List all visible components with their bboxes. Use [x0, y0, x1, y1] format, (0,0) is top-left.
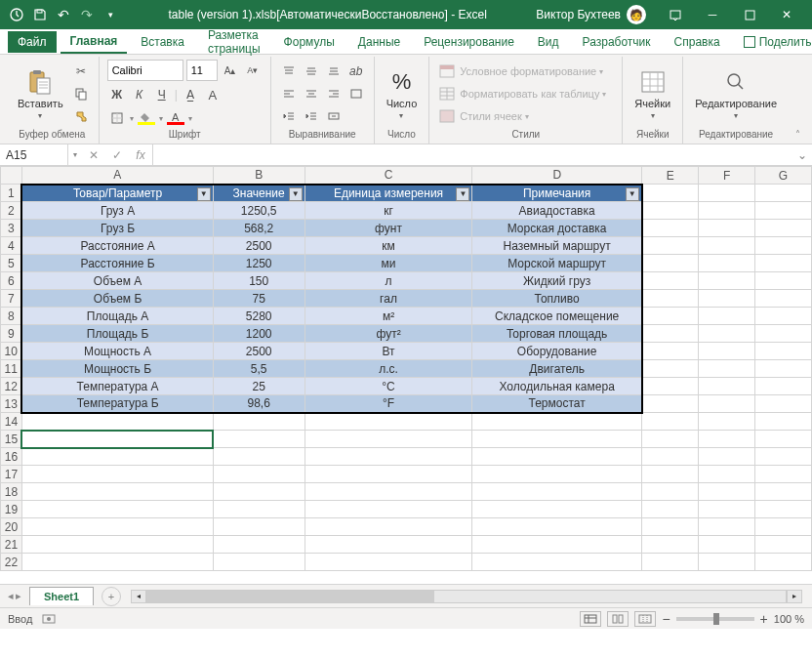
undo-icon[interactable]: ↶ [55, 6, 72, 23]
align-left-button[interactable] [279, 84, 299, 103]
cell[interactable] [472, 448, 642, 466]
ribbon-options-button[interactable] [658, 0, 693, 29]
cell[interactable] [472, 431, 642, 448]
cell[interactable] [642, 343, 699, 360]
align-center-button[interactable] [302, 84, 321, 103]
align-top-button[interactable] [279, 62, 299, 81]
cell[interactable] [755, 220, 812, 237]
cell[interactable] [472, 536, 642, 554]
row-header[interactable]: 22 [1, 554, 22, 571]
font-name-input[interactable] [107, 60, 183, 81]
cell[interactable]: Термостат [472, 395, 642, 413]
cell[interactable] [755, 360, 812, 378]
cell[interactable]: Площадь Б [21, 325, 213, 343]
tab-layout[interactable]: Разметка страницы [198, 24, 270, 60]
underline-button[interactable]: Ч [152, 85, 172, 104]
cell[interactable] [642, 431, 699, 448]
cell-styles-button[interactable]: Стили ячеек [460, 110, 521, 122]
zoom-in-button[interactable]: + [760, 611, 768, 627]
cell[interactable] [21, 501, 213, 518]
minimize-button[interactable]: ─ [695, 0, 730, 29]
cell[interactable] [699, 554, 755, 571]
cell[interactable] [755, 237, 812, 255]
row-header[interactable]: 16 [1, 448, 22, 466]
number-format-button[interactable]: % Число ▾ [383, 59, 422, 129]
cell[interactable] [642, 255, 699, 272]
row-header[interactable]: 21 [1, 536, 22, 554]
editing-button[interactable]: Редактирование ▾ [691, 59, 781, 129]
cell[interactable] [699, 255, 755, 272]
cell[interactable] [21, 483, 213, 501]
tab-insert[interactable]: Вставка [131, 31, 194, 53]
tab-review[interactable]: Рецензирование [414, 31, 524, 53]
cell[interactable] [755, 343, 812, 360]
cell[interactable]: Холодильная камера [472, 378, 642, 395]
cell[interactable] [21, 518, 213, 536]
filter-dropdown-icon[interactable]: ▼ [456, 187, 469, 201]
cell[interactable] [699, 448, 755, 466]
increase-indent-button[interactable] [302, 106, 321, 126]
cell[interactable]: Примечания▼ [472, 185, 642, 202]
cell[interactable] [642, 395, 699, 413]
cell[interactable] [304, 501, 472, 518]
cell[interactable]: 98,6 [213, 395, 304, 413]
tab-formulas[interactable]: Формулы [274, 31, 345, 53]
cell[interactable] [472, 483, 642, 501]
cancel-formula-button[interactable]: ✕ [82, 144, 105, 166]
zoom-slider[interactable] [676, 617, 754, 621]
column-header[interactable]: B [213, 167, 304, 185]
cell[interactable] [699, 536, 755, 554]
cells-button[interactable]: Ячейки ▾ [630, 59, 674, 129]
cell[interactable] [755, 448, 812, 466]
fill-color-button[interactable] [137, 108, 156, 128]
cell[interactable] [642, 483, 699, 501]
cell[interactable] [304, 483, 472, 501]
cell[interactable]: 2500 [213, 237, 304, 255]
cell[interactable] [699, 237, 755, 255]
autosave-icon[interactable] [8, 6, 25, 23]
cell[interactable] [213, 431, 304, 448]
cell[interactable] [755, 378, 812, 395]
cell[interactable]: Объем А [21, 272, 213, 290]
row-header[interactable]: 13 [1, 395, 22, 413]
column-header[interactable]: F [699, 167, 755, 185]
scroll-left-button[interactable]: ◂ [131, 590, 146, 603]
cell[interactable] [642, 220, 699, 237]
cell[interactable] [213, 518, 304, 536]
row-header[interactable]: 9 [1, 325, 22, 343]
cell[interactable]: Расстояние Б [21, 255, 213, 272]
cell[interactable]: Груз Б [21, 220, 213, 237]
cell[interactable]: л.с. [304, 360, 472, 378]
cell[interactable] [213, 483, 304, 501]
cell[interactable] [642, 237, 699, 255]
cell[interactable] [642, 308, 699, 325]
cell[interactable] [755, 483, 812, 501]
cell[interactable]: 5280 [213, 308, 304, 325]
cell[interactable] [699, 518, 755, 536]
cell[interactable] [642, 378, 699, 395]
cell[interactable] [642, 413, 699, 431]
cell[interactable] [21, 413, 213, 431]
cell[interactable]: 5,5 [213, 360, 304, 378]
cell[interactable] [213, 413, 304, 431]
column-header[interactable]: A [21, 167, 213, 185]
cell[interactable]: гал [304, 290, 472, 308]
align-middle-button[interactable] [302, 62, 321, 81]
cell[interactable]: 25 [213, 378, 304, 395]
cell[interactable] [755, 290, 812, 308]
sheet-tab[interactable]: Sheet1 [29, 587, 94, 605]
horizontal-scrollbar[interactable]: ◂ ▸ [131, 590, 802, 603]
filter-dropdown-icon[interactable]: ▼ [626, 187, 639, 201]
scroll-right-button[interactable]: ▸ [787, 590, 802, 603]
cell[interactable]: кг [304, 202, 472, 220]
cell[interactable]: Складское помещение [472, 308, 642, 325]
zoom-out-button[interactable]: − [662, 611, 670, 627]
cell[interactable] [699, 325, 755, 343]
cell[interactable] [755, 501, 812, 518]
add-sheet-button[interactable]: + [102, 587, 121, 606]
share-button[interactable]: Поделиться [734, 31, 812, 53]
cell[interactable] [472, 518, 642, 536]
cell[interactable]: ми [304, 255, 472, 272]
cell[interactable] [642, 290, 699, 308]
cell[interactable] [699, 185, 755, 202]
